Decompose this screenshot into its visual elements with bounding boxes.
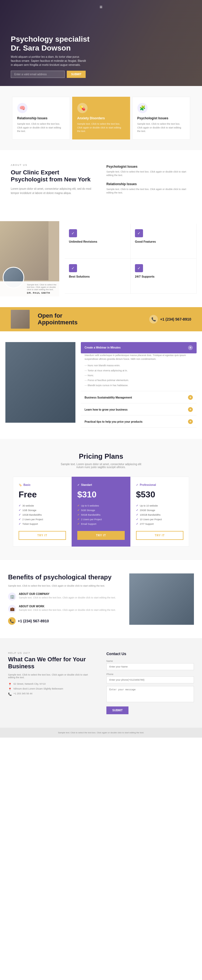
footer-text: Sample text. Click to select the text bo…: [8, 673, 96, 679]
accordion-toggle-3: +: [188, 419, 193, 424]
badge-label-basic: Basic: [23, 484, 31, 486]
psychologist-icon: 🧩: [137, 103, 147, 113]
accordion-header-0[interactable]: Create a Webinar in Minutes +: [81, 342, 197, 353]
check-icon-solutions: ✓: [69, 264, 77, 272]
feature-item: 2 Users per Project: [77, 517, 125, 522]
hero-subtitle: Morbi aliquam ut porttitor leo a diam. A…: [11, 55, 86, 67]
list-item: Purus ut faucibus pulvinar elementum.: [85, 378, 193, 383]
benefits-title: Benefits of psychological therapy: [8, 573, 121, 581]
phone-label: Phone: [106, 673, 194, 676]
location-icon-2: 📍: [8, 688, 12, 691]
accordion-item-2[interactable]: Learn how to grow your business +: [81, 404, 197, 415]
list-item: Tortor at risus viverra adipiscing at in…: [85, 368, 193, 373]
footer-right: Contact Us Name Phone Submit: [106, 652, 194, 714]
service-card-relationship[interactable]: 🧠 Relationship Issues Sample text. Click…: [12, 97, 70, 140]
hamburger-menu[interactable]: ≡: [99, 4, 103, 10]
pricing-card-professional: ✓ Professional $530 Up to 10 website 20G…: [130, 477, 189, 547]
footer-phone[interactable]: 📞 +1 203 345 56 44: [8, 692, 96, 696]
hero-title: Psychology specialistDr. Sara Dowson: [11, 35, 191, 52]
accordion-title-3: Practical tips to help you price your pr…: [85, 420, 143, 423]
accordion-section: Create a Webinar in Minutes + Interdum v…: [0, 331, 202, 439]
accordion-title-0: Create a Webinar in Minutes: [85, 346, 121, 349]
badge-label-standard: Standart: [81, 484, 92, 486]
issue1-title: Psychologist Issues: [106, 165, 191, 169]
plan-btn-professional[interactable]: TRY IT: [136, 531, 183, 540]
list-item: Nunc.: [85, 373, 193, 378]
footer-cta-section: Help Us 24/7 What Can We Offer for Your …: [0, 638, 202, 728]
plan-price-basic: Free: [19, 490, 66, 500]
feature-item: 100GB Bandwidths: [136, 512, 183, 517]
badge-icon-basic: 🏷️: [19, 484, 22, 486]
issue1-text: Sample text. Click to select the text bo…: [106, 170, 191, 177]
address2-text: Nihnum docti Lorem Dicam Slightly Believ…: [13, 687, 63, 690]
service-text-anxiety: Sample text. Click to select the text bo…: [77, 122, 125, 133]
accordion-header-2[interactable]: Learn how to grow your business +: [81, 404, 197, 415]
contact-message-input[interactable]: [106, 686, 194, 702]
phone-icon: 📞: [149, 315, 158, 323]
accordion-title-2: Learn how to grow your business: [85, 408, 127, 411]
anxiety-icon: 💊: [77, 103, 88, 113]
accordion-toggle-1: +: [188, 395, 193, 400]
contact-submit-button[interactable]: Submit: [106, 706, 128, 714]
email-input[interactable]: [11, 71, 65, 78]
list-item: Nunc non blandit massa enim.: [85, 363, 193, 368]
footer-note-text: Sample text. Click to select the text bo…: [58, 732, 144, 734]
accordion-header-1[interactable]: Business Sustainability Management +: [81, 392, 197, 403]
feature-solutions: ✓ Best Solutions: [65, 259, 131, 294]
benefits-text: Sample text. Click to select the text bo…: [8, 584, 121, 587]
accordion-toggle-2: +: [188, 407, 193, 412]
feature-support: ✓ 24/7 Supports: [131, 259, 197, 294]
badge-icon-standard: ✓: [77, 484, 79, 486]
plan-btn-basic[interactable]: TRY IT: [19, 531, 66, 540]
benefit-item-company: 🏢 ABOUT OUR COMPANY Sample text. Click t…: [8, 592, 121, 601]
footer-address2: 📍 Nihnum docti Lorem Dicam Slightly Beli…: [8, 687, 96, 691]
check-icon-revisions: ✓: [69, 229, 77, 237]
contact-phone-input[interactable]: [106, 676, 194, 683]
footer-title: What Can We Offer for Your Business: [8, 656, 96, 670]
hero-submit-button[interactable]: Submit: [67, 71, 86, 78]
doctor-image-block: Sample text. Click to select the text bo…: [0, 221, 59, 296]
company-text: Sample text. Click to select the text bo…: [19, 596, 116, 599]
issue2-text: Sample text. Click to select the text bo…: [106, 188, 191, 195]
feature-item: 27/7 Support: [136, 522, 183, 526]
contact-name-input[interactable]: [106, 663, 194, 670]
feature-item: 20GB Storage: [136, 508, 183, 512]
about-label: ABOUT US: [11, 164, 96, 166]
about-right: Psychologist Issues Sample text. Click t…: [106, 164, 191, 200]
features-grid: ✓ Unlimited Revisions ✓ Good Features ✓ …: [59, 221, 202, 296]
badge-icon-professional: ✓: [136, 484, 138, 486]
work-icon: 💼: [8, 605, 16, 613]
accordion-item-1[interactable]: Business Sustainability Management +: [81, 392, 197, 403]
feature-item: Up to 10 website: [136, 503, 183, 508]
feature-item: 2 Users per Project: [19, 517, 66, 522]
plan-features-professional: Up to 10 website 20GB Storage 100GB Band…: [136, 503, 183, 526]
accordion-header-3[interactable]: Practical tips to help you price your pr…: [81, 416, 197, 427]
service-card-anxiety[interactable]: 💊 Anxiety Disorders Sample text. Click t…: [72, 97, 130, 140]
plan-price-professional: $530: [136, 490, 183, 500]
plan-btn-standard[interactable]: TRY IT: [77, 531, 125, 540]
feature-title-support: 24/7 Supports: [135, 275, 192, 278]
service-title-anxiety: Anxiety Disorders: [77, 116, 125, 120]
pricing-cards: 🏷️ Basic Free 30 website 1GB Storage 10G…: [8, 477, 194, 547]
relationship-icon: 🧠: [17, 103, 27, 113]
accordion-item-3[interactable]: Practical tips to help you price your pr…: [81, 416, 197, 428]
accordion-list: Create a Webinar in Minutes + Interdum v…: [81, 342, 197, 428]
benefits-phone[interactable]: 📞 +1 (234) 567-8910: [8, 617, 121, 625]
appointment-image: [11, 310, 30, 329]
location-icon: 📍: [8, 683, 12, 686]
check-icon-good: ✓: [135, 229, 143, 237]
benefit-company-content: ABOUT OUR COMPANY Sample text. Click to …: [19, 592, 116, 599]
accordion-item-0[interactable]: Create a Webinar in Minutes + Interdum v…: [81, 342, 197, 391]
features-section: Sample text. Click to select the text bo…: [0, 213, 202, 307]
service-card-psychologist[interactable]: 🧩 Psychologist Issues Sample text. Click…: [132, 97, 190, 140]
benefits-image: [129, 573, 194, 625]
pricing-card-basic: 🏷️ Basic Free 30 website 1GB Storage 10G…: [13, 477, 72, 547]
work-title: ABOUT OUR WORK: [19, 605, 116, 608]
footer-phone-number: +1 203 345 56 44: [13, 692, 32, 695]
appointment-phone[interactable]: 📞 +1 (234) 567-8910: [149, 315, 191, 323]
appointment-banner: Open forAppointments 📞 +1 (234) 567-8910: [0, 307, 202, 331]
service-text-psychologist: Sample text. Click to select the text bo…: [137, 122, 185, 133]
feature-item: 5GB Storage: [77, 508, 125, 512]
service-title-psychologist: Psychologist Issues: [137, 116, 185, 120]
list-item: Blandit turpis cursus in hac habitasse.: [85, 383, 193, 388]
